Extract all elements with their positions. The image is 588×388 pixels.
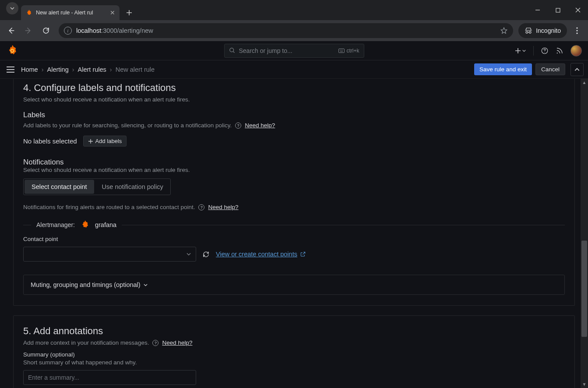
view-contacts-label: View or create contact points (216, 251, 297, 258)
chevron-up-icon (574, 66, 580, 73)
site-info-icon[interactable]: i (64, 27, 72, 35)
option-notification-policy[interactable]: Use notification policy (95, 179, 170, 195)
crumb-alert-rules[interactable]: Alert rules (78, 66, 106, 73)
section5-subtitle: Add more context in your notification me… (23, 339, 149, 346)
browser-tab[interactable]: New alert rule - Alert rul ✕ (21, 5, 120, 20)
plus-icon (88, 139, 93, 144)
scrollbar[interactable]: ▲ ▼ (581, 79, 588, 388)
close-tab-icon[interactable]: ✕ (110, 9, 115, 16)
save-rule-button[interactable]: Save rule and exit (474, 63, 532, 75)
incognito-badge[interactable]: Incognito (518, 23, 567, 38)
contact-point-label: Contact point (23, 236, 565, 242)
cp-info-text: Notifications for firing alerts are rout… (23, 204, 195, 210)
chevron-down-icon (522, 49, 526, 53)
add-labels-button[interactable]: Add labels (83, 136, 127, 147)
grafana-topbar: Search or jump to... ctrl+k (0, 41, 588, 60)
plus-icon (126, 10, 132, 16)
rss-button[interactable] (556, 47, 563, 55)
grafana-favicon (25, 9, 32, 16)
browser-menu-button[interactable] (570, 27, 584, 34)
add-menu[interactable] (515, 48, 526, 54)
crumb-home[interactable]: Home (21, 66, 38, 73)
alertmanager-label: Alertmanager: (36, 221, 75, 228)
minimize-button[interactable] (528, 0, 548, 20)
summary-desc: Short summary of what happened and why. (23, 359, 565, 366)
annotations-help-link[interactable]: Need help? (162, 339, 192, 346)
global-search[interactable]: Search or jump to... ctrl+k (224, 44, 364, 58)
crumb-current: New alert rule (116, 66, 155, 73)
collapse-all-button[interactable] (570, 63, 584, 76)
grafana-small-logo (80, 220, 90, 230)
hamburger-icon (6, 66, 15, 73)
muting-collapse[interactable]: Muting, grouping and timings (optional) (23, 275, 565, 295)
page-header: Home › Alerting › Alert rules › New aler… (0, 60, 588, 79)
scroll-up-arrow[interactable]: ▲ (581, 79, 588, 86)
external-link-icon (300, 251, 306, 257)
option-contact-point[interactable]: Select contact point (25, 180, 94, 194)
divider (533, 46, 534, 56)
chevron-down-icon (10, 6, 15, 11)
info-icon: ? (152, 340, 158, 346)
svg-point-2 (576, 30, 577, 31)
arrow-left-icon (7, 27, 15, 35)
labels-heading: Labels (23, 111, 565, 119)
labels-help-link[interactable]: Need help? (245, 122, 275, 129)
contact-point-select[interactable] (23, 247, 196, 262)
section4-subtitle: Select who should receive a notification… (23, 96, 565, 103)
view-contacts-link[interactable]: View or create contact points (216, 251, 306, 258)
scroll-thumb[interactable] (581, 241, 587, 337)
section-annotations: 5. Add annotations Add more context in y… (13, 315, 575, 388)
svg-point-3 (576, 32, 577, 34)
add-labels-label: Add labels (95, 138, 122, 144)
new-tab-button[interactable] (123, 7, 135, 19)
muting-label: Muting, grouping and timings (optional) (31, 281, 141, 288)
reload-icon (42, 27, 50, 35)
svg-point-8 (557, 52, 558, 53)
back-button[interactable] (4, 23, 18, 38)
section4-title: 4. Configure labels and notifications (23, 82, 565, 94)
crumb-sep: › (42, 66, 44, 73)
help-button[interactable] (541, 47, 549, 55)
kebab-icon (576, 27, 578, 34)
refresh-contacts-button[interactable] (202, 251, 210, 258)
address-bar[interactable]: i localhost:3000/alerting/new (59, 23, 513, 38)
tab-list-dropdown[interactable] (6, 2, 18, 14)
content-scroll[interactable]: 4. Configure labels and notifications Se… (0, 79, 588, 388)
incognito-icon (525, 27, 532, 35)
info-icon: ? (198, 204, 204, 210)
reload-button[interactable] (39, 23, 53, 38)
browser-titlebar: New alert rule - Alert rul ✕ (0, 0, 588, 20)
forward-button (21, 23, 36, 38)
cancel-button[interactable]: Cancel (535, 63, 565, 75)
summary-input[interactable] (23, 370, 196, 385)
bookmark-icon[interactable] (500, 27, 508, 35)
tab-title: New alert rule - Alert rul (36, 10, 106, 16)
plus-icon (515, 48, 521, 54)
alertmanager-name: grafana (95, 221, 116, 228)
svg-rect-0 (556, 8, 560, 12)
info-icon: ? (235, 122, 241, 129)
help-icon (541, 47, 549, 55)
refresh-icon (202, 251, 210, 258)
user-avatar[interactable] (570, 45, 582, 56)
routing-option-group: Select contact point Use notification po… (23, 178, 171, 195)
window-controls (528, 0, 588, 20)
svg-point-5 (229, 48, 233, 52)
svg-point-1 (576, 27, 577, 28)
url-text: localhost:3000/alerting/new (76, 27, 153, 34)
grafana-logo[interactable] (6, 45, 18, 57)
close-window-button[interactable] (568, 0, 588, 20)
maximize-button[interactable] (548, 0, 568, 20)
notifications-subtitle: Select who should receive a notification… (23, 167, 565, 173)
dock-menu-button[interactable] (4, 63, 17, 76)
cp-help-link[interactable]: Need help? (208, 204, 238, 210)
crumb-alerting[interactable]: Alerting (47, 66, 69, 73)
browser-toolbar: i localhost:3000/alerting/new Incognito (0, 20, 588, 41)
incognito-label: Incognito (536, 27, 561, 34)
search-kbd: ctrl+k (338, 48, 359, 54)
crumb-sep: › (110, 66, 112, 73)
notifications-heading: Notifications (23, 158, 565, 167)
scroll-down-arrow[interactable]: ▼ (581, 381, 588, 388)
search-icon (229, 47, 236, 54)
crumb-sep: › (72, 66, 74, 73)
